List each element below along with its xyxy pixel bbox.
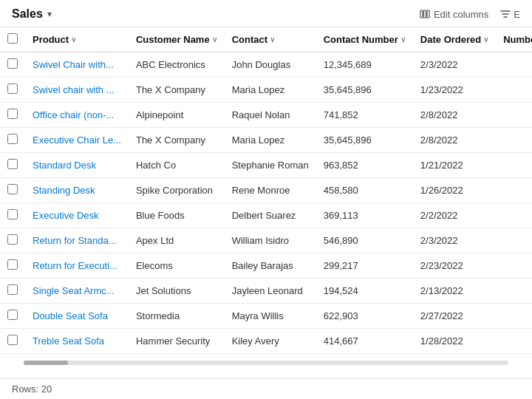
col-header-contact[interactable]: Contact ∨ [225, 27, 316, 52]
row-checkbox[interactable] [7, 259, 18, 270]
row-product[interactable]: Single Seat Armc... [25, 279, 129, 304]
row-checkbox[interactable] [7, 159, 18, 169]
row-contact: Delbert Suarez [225, 203, 316, 228]
row-customer-name: Apex Ltd [129, 228, 225, 253]
row-checkbox[interactable] [7, 58, 18, 69]
row-checkbox-cell[interactable] [0, 52, 25, 78]
row-date-ordered: 2/27/2022 [413, 304, 496, 329]
col-header-customer-name[interactable]: Customer Name ∨ [129, 27, 225, 52]
row-checkbox-cell[interactable] [0, 203, 25, 228]
col-header-number-c-label: Number C [503, 34, 532, 45]
row-checkbox[interactable] [7, 310, 18, 320]
row-contact: Mayra Willis [225, 304, 316, 329]
row-product[interactable]: Treble Seat Sofa [25, 329, 129, 354]
horizontal-scrollbar-thumb[interactable] [24, 361, 68, 365]
product-link[interactable]: Standard Desk [33, 160, 96, 171]
row-number-c [496, 304, 532, 329]
table-footer: Rows: 20 [0, 378, 532, 399]
contact-sort-icon: ∨ [270, 35, 275, 44]
product-link[interactable]: Double Seat Sofa [33, 310, 108, 321]
row-product[interactable]: Standard Desk [25, 153, 129, 178]
row-checkbox[interactable] [7, 335, 18, 345]
col-header-contact-label: Contact [232, 34, 267, 45]
row-number-c [496, 52, 532, 78]
row-checkbox[interactable] [7, 184, 18, 194]
product-link[interactable]: Office chair (non-... [33, 109, 114, 120]
row-contact: Bailey Barajas [225, 253, 316, 279]
row-checkbox[interactable] [7, 83, 18, 94]
row-number-c [496, 178, 532, 203]
row-product[interactable]: Executive Chair Le... [25, 128, 129, 153]
row-product[interactable]: Swivel chair with ... [25, 78, 129, 103]
row-checkbox[interactable] [7, 209, 18, 219]
table-row: Swivel Chair with...ABC ElectronicsJohn … [0, 52, 532, 78]
edit-columns-button[interactable]: Edit columns [420, 9, 488, 20]
page-header: Sales ▾ Edit columns E [0, 0, 532, 27]
row-contact: John Douglas [225, 52, 316, 78]
row-checkbox-cell[interactable] [0, 153, 25, 178]
product-link[interactable]: Return for Standa... [33, 235, 116, 246]
filter-button[interactable]: E [500, 9, 520, 20]
row-checkbox-cell[interactable] [0, 304, 25, 329]
row-checkbox-cell[interactable] [0, 329, 25, 354]
row-checkbox-cell[interactable] [0, 128, 25, 153]
col-header-contact-number[interactable]: Contact Number ∨ [316, 27, 413, 52]
row-checkbox-cell[interactable] [0, 178, 25, 203]
row-product[interactable]: Return for Standa... [25, 228, 129, 253]
row-checkbox-cell[interactable] [0, 253, 25, 279]
row-checkbox-cell[interactable] [0, 228, 25, 253]
row-product[interactable]: Double Seat Sofa [25, 304, 129, 329]
header-left: Sales ▾ [12, 7, 52, 21]
row-date-ordered: 1/26/2022 [413, 178, 496, 203]
row-date-ordered: 1/21/2022 [413, 153, 496, 178]
col-header-product[interactable]: Product ∨ [25, 27, 129, 52]
row-customer-name: ABC Electronics [129, 52, 225, 78]
col-header-date-ordered[interactable]: Date Ordered ∨ [413, 27, 496, 52]
filter-label: E [514, 9, 520, 20]
product-link[interactable]: Executive Chair Le... [33, 134, 121, 146]
row-contact: William Isidro [225, 228, 316, 253]
row-contact-number: 194,524 [316, 279, 413, 304]
row-contact-number: 12,345,689 [316, 52, 413, 78]
select-all-checkbox[interactable] [7, 33, 18, 44]
row-date-ordered: 2/2/2022 [413, 203, 496, 228]
row-contact: Maria Lopez [225, 78, 316, 103]
product-link[interactable]: Swivel Chair with... [33, 59, 114, 70]
row-contact: Raquel Nolan [225, 103, 316, 128]
row-checkbox[interactable] [7, 109, 18, 119]
select-all-checkbox-col[interactable] [0, 27, 25, 52]
row-checkbox-cell[interactable] [0, 279, 25, 304]
row-product[interactable]: Swivel Chair with... [25, 52, 129, 78]
col-header-product-label: Product [33, 34, 69, 45]
product-link[interactable]: Executive Desk [33, 210, 99, 221]
svg-rect-1 [423, 10, 426, 18]
horizontal-scrollbar-track[interactable] [24, 361, 508, 365]
product-sort-icon: ∨ [71, 35, 76, 44]
scrollbar-area [0, 356, 532, 364]
columns-icon [420, 9, 430, 19]
row-product[interactable]: Executive Desk [25, 203, 129, 228]
row-number-c [496, 203, 532, 228]
product-link[interactable]: Swivel chair with ... [33, 84, 115, 95]
row-product[interactable]: Standing Desk [25, 178, 129, 203]
table-row: Treble Seat SofaHammer SecurityKiley Ave… [0, 329, 532, 354]
row-checkbox[interactable] [7, 134, 18, 144]
row-number-c [496, 329, 532, 354]
row-checkbox-cell[interactable] [0, 78, 25, 103]
row-date-ordered: 1/23/2022 [413, 78, 496, 103]
product-link[interactable]: Single Seat Armc... [33, 285, 115, 296]
title-chevron-icon[interactable]: ▾ [47, 9, 52, 19]
row-product[interactable]: Office chair (non-... [25, 103, 129, 128]
col-header-number-c[interactable]: Number C [496, 27, 532, 52]
row-checkbox[interactable] [7, 284, 18, 295]
row-checkbox-cell[interactable] [0, 103, 25, 128]
row-contact-number: 622,903 [316, 304, 413, 329]
row-customer-name: Alpinepoint [129, 103, 225, 128]
product-link[interactable]: Standing Desk [33, 185, 95, 196]
col-header-date-ordered-label: Date Ordered [420, 34, 481, 45]
product-link[interactable]: Treble Seat Sofa [33, 335, 104, 347]
row-checkbox[interactable] [7, 234, 18, 245]
row-product[interactable]: Return for Executi... [25, 253, 129, 279]
product-link[interactable]: Return for Executi... [33, 260, 117, 271]
row-contact-number: 414,667 [316, 329, 413, 354]
